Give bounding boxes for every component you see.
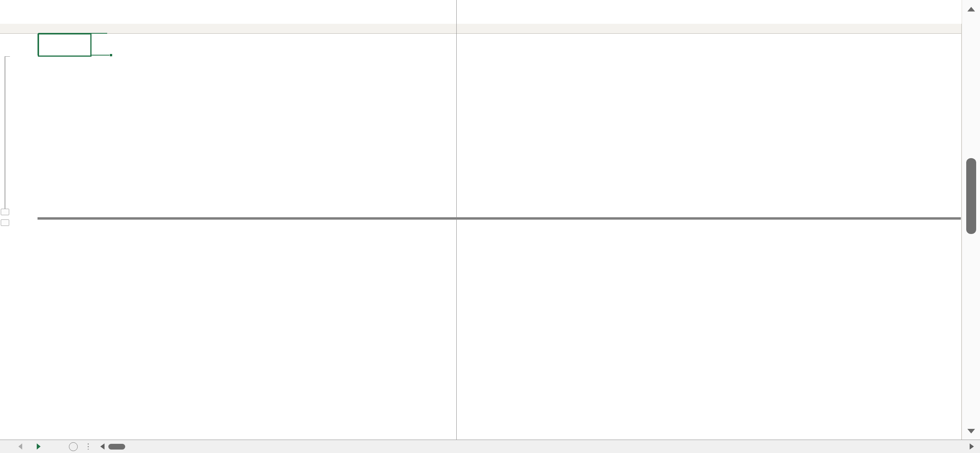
tabbar-divider [88, 443, 89, 450]
selection-border-extension [91, 55, 111, 56]
tab-nav-left-icon[interactable] [18, 440, 22, 453]
row-group-bracket-tick [5, 56, 10, 57]
horizontal-scrollbar-thumb[interactable] [108, 444, 125, 450]
collapse-group-button[interactable] [1, 209, 9, 215]
hscroll-right-icon[interactable] [970, 440, 974, 453]
sheet-tab-bar [0, 440, 980, 453]
row-group-bracket [5, 56, 5, 209]
hscroll-left-icon[interactable] [100, 440, 105, 453]
selection-fill-handle[interactable] [109, 54, 113, 57]
sheet-grid [0, 0, 980, 440]
scroll-down-icon[interactable] [967, 429, 975, 433]
hidden-rows-line-bottom [38, 219, 961, 219]
freeze-pane-line [456, 0, 457, 440]
scroll-up-icon[interactable] [967, 7, 975, 11]
tab-nav-right-icon[interactable] [37, 440, 41, 453]
vertical-scrollbar-thumb[interactable] [966, 158, 976, 234]
expand-group-button[interactable] [1, 219, 9, 226]
add-sheet-button[interactable] [69, 442, 78, 451]
hscroll-track[interactable] [125, 440, 970, 453]
hidden-rows-line-top [38, 218, 961, 218]
vertical-scrollbar[interactable] [962, 0, 980, 440]
spreadsheet-window [0, 0, 980, 453]
start-button[interactable] [38, 33, 91, 57]
